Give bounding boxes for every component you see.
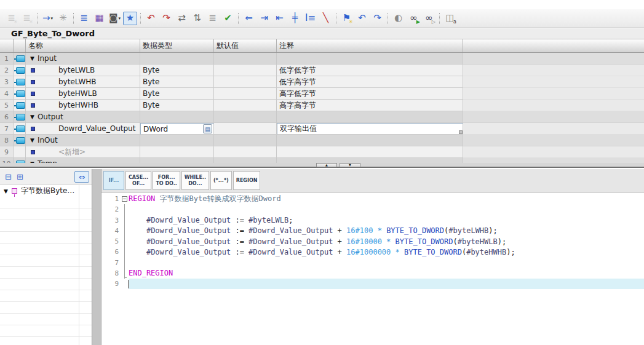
expand-all-icon[interactable]: ⊞	[14, 172, 26, 183]
tag-name[interactable]: byteLWLB	[35, 66, 95, 74]
comment-cell[interactable]: 高字低字节	[277, 88, 463, 100]
default-value-cell[interactable]	[214, 111, 277, 123]
splitter-collapse-up-button[interactable]: ▲	[316, 163, 337, 167]
table-row[interactable]: 2byteLWLBByte低字低字节	[0, 65, 644, 76]
code-area[interactable]: 1−REGION 字节数据Byte转换成双字数据Dword23 #Dowrd_V…	[101, 192, 644, 344]
expand-statements-icon[interactable]: ≣	[205, 12, 220, 25]
insert-row-icon[interactable]: →▾	[41, 12, 55, 25]
line-number[interactable]: 3	[101, 216, 121, 224]
section-collapse-icon[interactable]: ▼	[30, 137, 34, 143]
goto-definition-icon[interactable]: ⇐	[242, 12, 256, 25]
snippet-case-of[interactable]: CASE...OF...	[125, 171, 151, 190]
splitter-collapse-down-button[interactable]: ▼	[340, 163, 360, 167]
snippet-for-to-do[interactable]: FOR...TO DO..	[153, 171, 180, 190]
code-line[interactable]: 3 #Dowrd_Value_Output := #byteLWLB;	[101, 215, 644, 226]
tag-name[interactable]: Dowrd_Value_Output	[35, 124, 135, 133]
datatype-cell[interactable]	[140, 135, 214, 146]
comment-cell[interactable]	[277, 53, 463, 65]
default-value-cell[interactable]	[214, 100, 277, 111]
comment-cell[interactable]	[277, 158, 463, 163]
retain-memory-icon[interactable]: ◫a	[443, 12, 457, 25]
set-bookmark-icon[interactable]: ⚑✳	[340, 12, 354, 25]
datatype-cell[interactable]	[140, 158, 214, 163]
comment-cell[interactable]	[277, 135, 463, 146]
tag-name[interactable]: byteHWLB	[35, 89, 97, 98]
add-object-icon[interactable]: ✳	[56, 12, 70, 25]
comment-cell[interactable]: 双字输出值	[277, 123, 463, 135]
next-bookmark-icon[interactable]: ↷	[370, 12, 384, 25]
fold-gutter[interactable]: −	[121, 194, 129, 204]
table-row[interactable]: 4byteHWLBByte高字低字节	[0, 88, 644, 100]
comment-cell[interactable]: 低字高字节	[277, 76, 463, 88]
table-row[interactable]: 7Dowrd_Value_OutputDWord▤双字输出值	[0, 123, 644, 135]
comment-cell[interactable]: 低字低字节	[277, 65, 463, 76]
table-row[interactable]: 6▼Output	[0, 111, 644, 123]
datatype-cell[interactable]	[140, 111, 214, 123]
section-collapse-icon[interactable]: ▼	[30, 55, 34, 61]
table-row[interactable]: 9<新增>	[0, 146, 644, 158]
default-value-cell[interactable]	[214, 53, 277, 65]
name-cell[interactable]: ▼Temp	[26, 158, 140, 163]
code-line[interactable]: 7	[101, 258, 644, 268]
default-value-cell[interactable]	[214, 146, 277, 158]
name-cell[interactable]: ▼Output	[26, 111, 140, 123]
format-code-icon[interactable]: ╪	[288, 12, 302, 25]
pane-splitter[interactable]: ▲ ▼	[0, 163, 644, 168]
call-environment-icon[interactable]: ◐	[391, 12, 405, 25]
datatype-cell[interactable]	[140, 53, 214, 65]
collapse-all-icon[interactable]: ⊟	[2, 172, 14, 183]
table-row[interactable]: 3byteLWHBByte低字高字节	[0, 76, 644, 88]
redo-icon[interactable]: ↷	[159, 12, 173, 25]
snippet-region[interactable]: REGION	[233, 171, 261, 190]
default-value-cell[interactable]	[214, 65, 277, 76]
absolute-operands-icon[interactable]: I≡	[303, 12, 317, 25]
previous-bookmark-icon[interactable]: ↶	[355, 12, 369, 25]
indent-icon[interactable]: ⇥	[257, 12, 271, 25]
outdent-icon[interactable]: ⇤	[272, 12, 287, 25]
add-new-tag[interactable]: <新增>	[35, 147, 85, 157]
comment-cell[interactable]: 高字高字节	[277, 100, 463, 111]
favorites-icon[interactable]: ★	[123, 12, 137, 25]
datatype-cell[interactable]: Byte	[140, 100, 214, 111]
monitor-on-icon[interactable]: ∞▶	[407, 12, 421, 25]
snapshot-icon[interactable]: ◙▾	[108, 12, 122, 25]
table-row[interactable]: 5byteHWHBByte高字高字节	[0, 100, 644, 111]
code-line[interactable]: 6 #Dowrd_Value_Output := #Dowrd_Value_Ou…	[101, 247, 644, 257]
datatype-cell[interactable]: Byte	[140, 76, 214, 88]
line-number[interactable]: 7	[101, 259, 121, 267]
name-cell[interactable]: byteLWLB	[26, 65, 140, 76]
comment-cell[interactable]	[277, 111, 463, 123]
code-line[interactable]: 1−REGION 字节数据Byte转换成双字数据Dword	[101, 194, 644, 204]
code-line[interactable]: 9	[101, 279, 644, 289]
default-value-cell[interactable]	[214, 158, 277, 163]
name-cell[interactable]: ▼Input	[26, 53, 140, 65]
default-value-cell[interactable]	[214, 76, 277, 88]
datatype-cell[interactable]: DWord▤	[140, 123, 214, 135]
name-cell[interactable]: byteLWHB	[26, 76, 140, 88]
comment-out-icon[interactable]: ╲	[319, 12, 333, 25]
tag-name[interactable]: byteLWHB	[35, 77, 97, 86]
cell-resize-handle[interactable]	[459, 130, 463, 134]
navigator-region-item[interactable]: ▼ 字节数据Byte…	[0, 185, 92, 197]
name-cell[interactable]: byteHWHB	[26, 100, 140, 111]
compile-icon[interactable]: ✔	[221, 12, 235, 25]
default-value-cell[interactable]	[214, 123, 277, 135]
code-line[interactable]: 2	[101, 204, 644, 215]
datatype-cell[interactable]	[140, 146, 214, 158]
default-value-cell[interactable]	[214, 88, 277, 100]
datatype-cell[interactable]: Byte	[140, 88, 214, 100]
line-number[interactable]: 8	[101, 269, 121, 277]
undo-icon[interactable]: ↶	[144, 12, 158, 25]
datatype-cell[interactable]: Byte	[140, 65, 214, 76]
name-cell[interactable]: byteHWLB	[26, 88, 140, 100]
section-collapse-icon[interactable]: ▼	[30, 114, 34, 120]
expand-triangle-icon[interactable]: ▼	[4, 188, 8, 194]
name-cell[interactable]: Dowrd_Value_Output	[26, 123, 140, 135]
snippet-if[interactable]: IF...	[103, 171, 124, 190]
monitor-off-icon[interactable]: ∞▷	[422, 12, 436, 25]
line-number[interactable]: 2	[101, 205, 121, 213]
snippet-comment[interactable]: (*...*)	[210, 171, 232, 190]
table-row[interactable]: 1▼Input	[0, 53, 644, 65]
table-row[interactable]: 10▼Temp	[0, 158, 644, 163]
name-cell[interactable]: ▼InOut	[26, 135, 140, 146]
